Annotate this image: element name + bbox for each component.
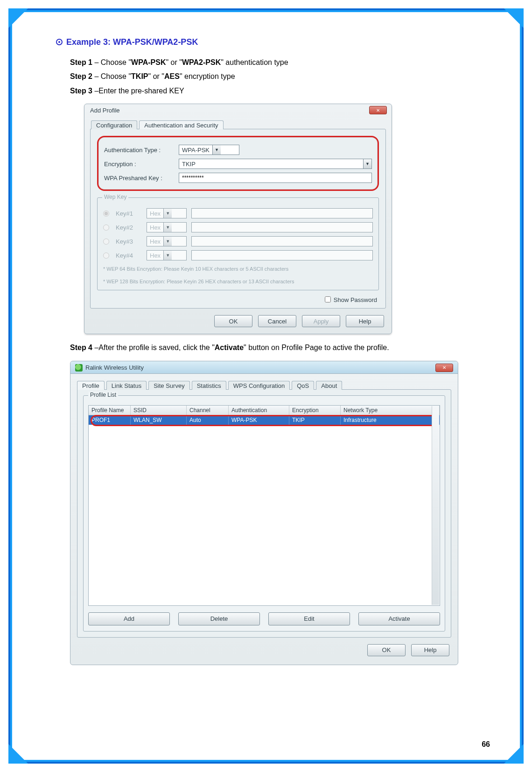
cancel-button[interactable]: Cancel xyxy=(258,315,296,327)
table-row[interactable]: PROF1 WLAN_SW Auto WPA-PSK TKIP Infrastr… xyxy=(89,415,440,425)
psk-label: WPA Preshared Key : xyxy=(104,175,179,182)
col-net[interactable]: Network Type xyxy=(341,406,440,415)
wep-row-4: Key#4 Hex▼ xyxy=(103,250,373,260)
col-auth[interactable]: Authentication xyxy=(229,406,289,415)
dialog-button-row: OK Cancel Apply Help xyxy=(92,315,384,327)
edit-button[interactable]: Edit xyxy=(268,612,350,625)
wep-type-combo-4[interactable]: Hex▼ xyxy=(147,250,187,260)
encryption-value: TKIP xyxy=(179,161,363,168)
tab-panel-auth: Authentication Type : WPA-PSK ▼ Encrypti… xyxy=(90,129,386,309)
cell-channel: Auto xyxy=(187,415,229,425)
wep-label-3: Key#3 xyxy=(116,238,142,245)
tab-qos[interactable]: QoS xyxy=(292,381,314,390)
tab-link-status[interactable]: Link Status xyxy=(106,381,147,390)
wep-type-combo-1[interactable]: Hex▼ xyxy=(147,208,187,218)
tab-configuration[interactable]: Configuration xyxy=(91,120,137,129)
bullet-icon xyxy=(56,39,63,45)
chevron-down-icon[interactable]: ▼ xyxy=(163,223,172,232)
profile-list-title: Profile List xyxy=(88,392,118,398)
wep-radio-3[interactable] xyxy=(103,239,109,245)
tab-profile[interactable]: Profile xyxy=(77,381,105,390)
profile-action-buttons: Add Delete Edit Activate xyxy=(88,612,440,625)
dialog-titlebar: Add Profile ✕ xyxy=(84,104,392,115)
wep-row-3: Key#3 Hex▼ xyxy=(103,236,373,246)
wep-radio-2[interactable] xyxy=(103,225,109,231)
show-password-label: Show Password xyxy=(334,296,377,303)
profile-table[interactable]: Profile Name SSID Channel Authentication… xyxy=(88,405,440,606)
wep-radio-1[interactable] xyxy=(103,211,109,217)
ok-button[interactable]: OK xyxy=(367,644,406,656)
cell-profile-name: PROF1 xyxy=(89,415,131,425)
close-button[interactable]: ✕ xyxy=(435,364,453,372)
step-1: Step 1 – Choose "WPA-PSK" or "WPA2-PSK" … xyxy=(70,56,490,70)
app-icon xyxy=(75,364,83,372)
help-button[interactable]: Help xyxy=(346,315,384,327)
wep-value-3[interactable] xyxy=(191,236,373,246)
col-channel[interactable]: Channel xyxy=(187,406,229,415)
wep-row-1: Key#1 Hex▼ xyxy=(103,208,373,218)
wep-key-group: Wep Key Key#1 Hex▼ Key#2 Hex▼ xyxy=(97,197,379,290)
add-button[interactable]: Add xyxy=(88,612,170,625)
wep-value-2[interactable] xyxy=(191,222,373,232)
dialog-tabs: Configuration Authentication and Securit… xyxy=(91,120,386,129)
wep-note-64: * WEP 64 Bits Encryption: Please Keyin 1… xyxy=(103,265,373,273)
highlighted-auth-fields: Authentication Type : WPA-PSK ▼ Encrypti… xyxy=(97,136,379,191)
chevron-down-icon[interactable]: ▼ xyxy=(163,251,172,260)
step-4: Step 4 –After the profile is saved, clic… xyxy=(70,341,490,355)
col-enc[interactable]: Encryption xyxy=(289,406,341,415)
cell-net: Infrastructure xyxy=(341,415,440,425)
scrollbar[interactable] xyxy=(432,406,439,605)
wep-label-1: Key#1 xyxy=(116,210,142,217)
encryption-combo[interactable]: TKIP ▼ xyxy=(179,159,372,169)
chevron-down-icon[interactable]: ▼ xyxy=(212,145,221,154)
auth-type-combo[interactable]: WPA-PSK ▼ xyxy=(179,145,239,155)
wep-value-1[interactable] xyxy=(191,208,373,218)
wep-row-2: Key#2 Hex▼ xyxy=(103,222,373,232)
col-profile-name[interactable]: Profile Name xyxy=(89,406,131,415)
ok-button[interactable]: OK xyxy=(214,315,252,327)
dialog-title: Add Profile xyxy=(90,107,120,114)
auth-type-value: WPA-PSK xyxy=(179,147,212,154)
cell-ssid: WLAN_SW xyxy=(131,415,187,425)
col-ssid[interactable]: SSID xyxy=(131,406,187,415)
chevron-down-icon[interactable]: ▼ xyxy=(163,209,172,218)
show-password-checkbox[interactable] xyxy=(325,296,331,302)
ralink-utility-window: Ralink Wireless Utility ✕ Profile Link S… xyxy=(70,361,458,665)
apply-button[interactable]: Apply xyxy=(302,315,340,327)
tab-site-survey[interactable]: Site Survey xyxy=(148,381,189,390)
step-3: Step 3 –Enter the pre-shared KEY xyxy=(70,84,490,98)
page-number: 66 xyxy=(482,740,490,749)
tab-wps[interactable]: WPS Configuration xyxy=(228,381,290,390)
wep-type-combo-2[interactable]: Hex▼ xyxy=(147,222,187,232)
wep-label-2: Key#2 xyxy=(116,224,142,231)
psk-input[interactable] xyxy=(179,173,372,183)
wep-radio-4[interactable] xyxy=(103,253,109,259)
wep-group-title: Wep Key xyxy=(102,194,128,200)
activate-button[interactable]: Activate xyxy=(358,612,440,625)
encryption-label: Encryption : xyxy=(104,161,179,168)
utility-titlebar: Ralink Wireless Utility ✕ xyxy=(70,361,458,374)
wep-value-4[interactable] xyxy=(191,250,373,260)
cell-auth: WPA-PSK xyxy=(229,415,289,425)
step-2: Step 2 – Choose "TKIP" or "AES" encrypti… xyxy=(70,70,490,84)
example-heading: Example 3: WPA-PSK/WPA2-PSK xyxy=(56,37,490,47)
auth-type-label: Authentication Type : xyxy=(104,147,179,154)
chevron-down-icon[interactable]: ▼ xyxy=(163,237,172,246)
help-button[interactable]: Help xyxy=(411,644,449,656)
tab-about[interactable]: About xyxy=(316,381,342,390)
wep-label-4: Key#4 xyxy=(116,252,142,259)
chevron-down-icon[interactable]: ▼ xyxy=(363,159,371,168)
utility-title: Ralink Wireless Utility xyxy=(85,364,144,371)
tab-statistics[interactable]: Statistics xyxy=(192,381,226,390)
show-password-row: Show Password xyxy=(97,296,377,303)
cell-enc: TKIP xyxy=(289,415,341,425)
profile-list-group: Profile List Profile Name SSID Channel A… xyxy=(83,395,445,632)
table-header: Profile Name SSID Channel Authentication… xyxy=(89,406,440,415)
close-button[interactable]: ✕ xyxy=(369,106,387,114)
wep-type-combo-3[interactable]: Hex▼ xyxy=(147,236,187,246)
utility-footer: OK Help xyxy=(79,644,449,656)
tab-auth-security[interactable]: Authentication and Security xyxy=(139,120,223,129)
utility-panel: Profile List Profile Name SSID Channel A… xyxy=(77,389,451,638)
add-profile-dialog: Add Profile ✕ Configuration Authenticati… xyxy=(84,104,392,334)
delete-button[interactable]: Delete xyxy=(178,612,260,625)
